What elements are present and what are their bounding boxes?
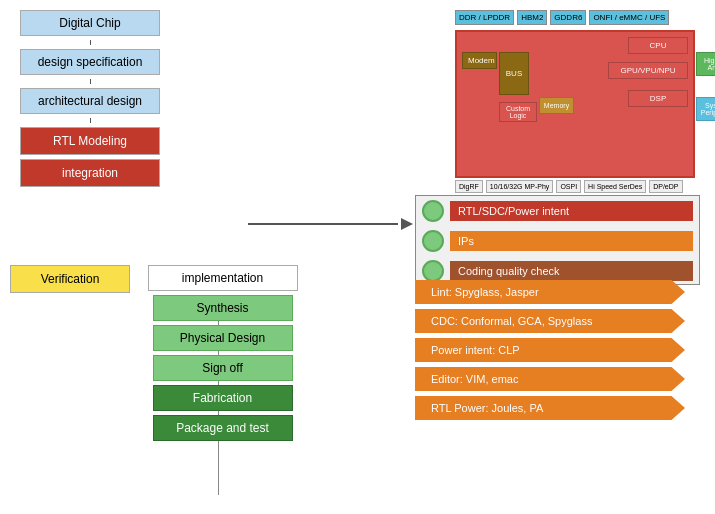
ddr-label: DDR / LPDDR (455, 10, 514, 25)
bus-box: BUS (499, 52, 529, 95)
left-flow-column: Digital Chip design specification archit… (10, 10, 170, 187)
design-spec-box: design specification (20, 49, 160, 75)
power-intent-tool-box: Power intent: CLP (415, 338, 685, 362)
tools-column: Lint: Spyglass, Jasper CDC: Conformal, G… (415, 280, 700, 420)
digrf-label: DigRF (455, 180, 483, 193)
arrow-line (248, 223, 398, 225)
mp-phy-label: 10/16/32G MP-Phy (486, 180, 554, 193)
bottom-interface-row: DigRF 10/16/32G MP-Phy OSPI Hi Speed Ser… (455, 180, 695, 193)
sign-off-box: Sign off (153, 355, 293, 381)
gddr6-label: GDDR6 (550, 10, 586, 25)
physical-design-box: Physical Design (153, 325, 293, 351)
memory-labels-row: DDR / LPDDR HBM2 GDDR6 ONFI / eMMC / UFS (455, 10, 695, 25)
chip-diagram: DDR / LPDDR HBM2 GDDR6 ONFI / eMMC / UFS… (415, 5, 700, 180)
rtl-circle-1 (422, 200, 444, 222)
connector-2 (90, 79, 91, 84)
rtl-circle-3 (422, 260, 444, 282)
rtl-modeling-box: RTL Modeling (20, 127, 160, 155)
coding-quality-label: Coding quality check (450, 261, 693, 281)
hbm2-label: HBM2 (517, 10, 547, 25)
arrow-head (401, 218, 413, 230)
memory-box: Memory (539, 97, 574, 114)
ospi-label: OSPI (556, 180, 581, 193)
connector-1 (90, 40, 91, 45)
custom-logic-box: Custom Logic (499, 102, 537, 122)
cpu-box: CPU (628, 37, 688, 54)
hi-speed-label: Hi Speed SerDes (584, 180, 646, 193)
gpu-box: GPU/VPU/NPU (608, 62, 688, 79)
arch-design-box: architectural design (20, 88, 160, 114)
rtl-power-tool-box: RTL Power: Joules, PA (415, 396, 685, 420)
rtl-intent-box: RTL/SDC/Power intent IPs Coding quality … (415, 195, 700, 285)
fabrication-box: Fabrication (153, 385, 293, 411)
ips-row: IPs (416, 226, 699, 256)
dp-label: DP/eDP (649, 180, 682, 193)
implementation-header: implementation (148, 265, 298, 291)
cdc-tool-box: CDC: Conformal, GCA, Spyglass (415, 309, 685, 333)
modem-box: Modem (462, 52, 497, 69)
editor-tool-box: Editor: VIM, emac (415, 367, 685, 391)
onfi-label: ONFI / eMMC / UFS (589, 10, 669, 25)
verification-box: Verification (10, 265, 130, 293)
main-arrow (248, 218, 413, 230)
lint-tool-box: Lint: Spyglass, Jasper (415, 280, 685, 304)
dsp-box: DSP (628, 90, 688, 107)
connector-3 (90, 118, 91, 123)
rtl-sdc-row: RTL/SDC/Power intent (416, 196, 699, 226)
rtl-sdc-label: RTL/SDC/Power intent (450, 201, 693, 221)
ips-label: IPs (450, 231, 693, 251)
implementation-column: implementation Synthesis Physical Design… (145, 265, 300, 441)
systems-box: Systems Peripherals (696, 97, 715, 121)
high-perf-box: High Perf Analog (696, 52, 715, 76)
digital-chip-box: Digital Chip (20, 10, 160, 36)
rtl-circle-2 (422, 230, 444, 252)
synthesis-box: Synthesis (153, 295, 293, 321)
chip-outer-box: CPU GPU/VPU/NPU DSP Modem BUS Custom Log… (455, 30, 695, 178)
integration-box: integration (20, 159, 160, 187)
package-test-box: Package and test (153, 415, 293, 441)
